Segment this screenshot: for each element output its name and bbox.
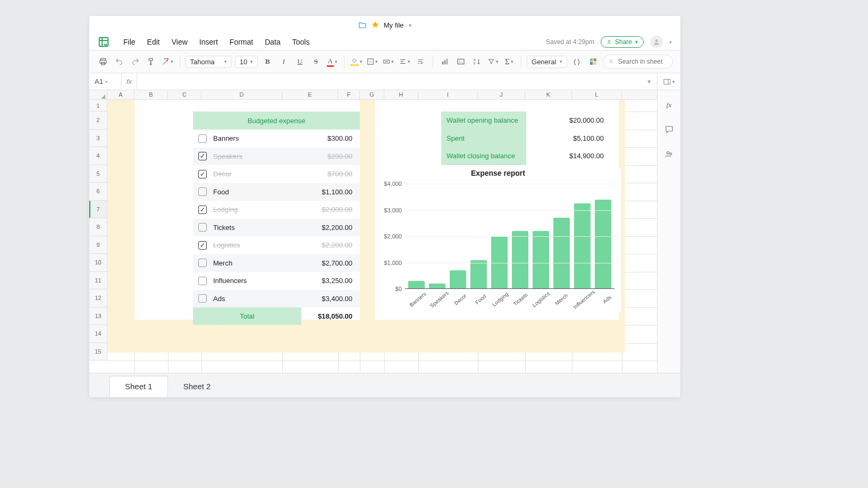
accounting-format-icon[interactable]: ( ) bbox=[570, 55, 583, 69]
fx-icon[interactable]: fx bbox=[121, 73, 137, 90]
italic-button[interactable]: I bbox=[277, 55, 290, 69]
sheet-tab[interactable]: Sheet 1 bbox=[109, 376, 168, 397]
filter-icon[interactable]: ▾ bbox=[486, 55, 499, 69]
bold-button[interactable]: B bbox=[261, 55, 274, 69]
underline-button[interactable]: U bbox=[293, 55, 306, 69]
print-icon[interactable] bbox=[97, 55, 109, 69]
chevron-down-icon[interactable]: ▾ bbox=[409, 22, 411, 28]
row-header-10[interactable]: 10 bbox=[89, 254, 107, 272]
menu-view[interactable]: View bbox=[172, 38, 188, 46]
col-header-I[interactable]: I bbox=[418, 90, 478, 99]
wallet-label: Spent bbox=[441, 130, 526, 148]
collaborators-panel-icon[interactable] bbox=[662, 147, 677, 161]
checkbox[interactable] bbox=[198, 294, 207, 303]
file-name[interactable]: My file bbox=[384, 21, 404, 29]
select-all-corner[interactable] bbox=[89, 90, 107, 99]
expand-formula-icon[interactable]: ▾ bbox=[641, 78, 657, 85]
col-header-L[interactable]: L bbox=[572, 90, 622, 99]
align-button[interactable]: ▾ bbox=[398, 55, 411, 69]
budget-label: Lodging bbox=[213, 206, 315, 213]
search-field[interactable] bbox=[617, 57, 667, 66]
number-format-select[interactable]: General▾ bbox=[527, 56, 567, 68]
row-header-8[interactable]: 8 bbox=[89, 218, 107, 236]
svg-point-27 bbox=[609, 60, 612, 63]
row-header-15[interactable]: 15 bbox=[89, 343, 107, 361]
col-header-G[interactable]: G bbox=[360, 90, 384, 99]
row-header-11[interactable]: 11 bbox=[89, 272, 107, 290]
checkbox[interactable] bbox=[198, 277, 207, 285]
menu-edit[interactable]: Edit bbox=[147, 38, 160, 46]
col-header-A[interactable]: A bbox=[107, 90, 134, 99]
cell-reference[interactable]: A1▾ bbox=[89, 78, 121, 85]
comments-panel-icon[interactable] bbox=[662, 122, 677, 137]
row-header-12[interactable]: 12 bbox=[89, 289, 107, 307]
undo-icon[interactable] bbox=[113, 55, 125, 69]
row-header-5[interactable]: 5 bbox=[89, 165, 107, 183]
checkbox[interactable] bbox=[198, 187, 207, 196]
text-color-button[interactable]: A▾ bbox=[326, 55, 339, 69]
checkbox[interactable] bbox=[198, 206, 207, 214]
col-header-K[interactable]: K bbox=[525, 90, 572, 99]
chart-bar bbox=[553, 218, 570, 289]
row-header-14[interactable]: 14 bbox=[89, 325, 107, 343]
row-header-4[interactable]: 4 bbox=[89, 147, 107, 165]
search-input[interactable] bbox=[603, 55, 673, 69]
star-icon[interactable] bbox=[371, 21, 380, 29]
wrap-text-button[interactable] bbox=[414, 55, 427, 69]
autosum-icon[interactable]: Σ▾ bbox=[503, 55, 516, 69]
checkbox[interactable] bbox=[198, 134, 207, 143]
menu-tools[interactable]: Tools bbox=[292, 38, 310, 46]
row-header-6[interactable]: 6 bbox=[89, 183, 107, 201]
chevron-down-icon: ▾ bbox=[635, 39, 638, 45]
sheet-area[interactable]: ABCDEFGHIJKL 123456789101112131415 Budge… bbox=[89, 90, 657, 373]
share-button[interactable]: Share ▾ bbox=[601, 36, 644, 48]
strikethrough-button[interactable]: S bbox=[309, 55, 322, 69]
menu-data[interactable]: Data bbox=[265, 38, 281, 46]
col-header-B[interactable]: B bbox=[134, 90, 168, 99]
user-avatar[interactable] bbox=[650, 36, 663, 48]
redo-icon[interactable] bbox=[129, 55, 142, 69]
sort-icon[interactable]: AZ bbox=[470, 55, 483, 69]
fill-color-button[interactable]: ▾ bbox=[350, 55, 363, 69]
checkbox[interactable] bbox=[198, 223, 207, 232]
side-panel-toggle[interactable]: ▾ bbox=[657, 73, 680, 90]
svg-point-4 bbox=[655, 39, 658, 42]
row-header-13[interactable]: 13 bbox=[89, 307, 107, 326]
col-header-D[interactable]: D bbox=[201, 90, 282, 99]
col-header-J[interactable]: J bbox=[478, 90, 525, 99]
checkbox[interactable] bbox=[198, 170, 207, 178]
functions-panel-icon[interactable]: fx bbox=[662, 98, 677, 113]
borders-button[interactable]: ▾ bbox=[366, 55, 378, 69]
folder-icon[interactable] bbox=[358, 21, 367, 29]
font-size-select[interactable]: 10▾ bbox=[235, 56, 258, 68]
menu-insert[interactable]: Insert bbox=[199, 38, 218, 46]
col-header-F[interactable]: F bbox=[338, 90, 360, 99]
cells[interactable]: Budgeted expense Banners$300.00Speakers$… bbox=[107, 100, 657, 373]
col-header-H[interactable]: H bbox=[384, 90, 418, 99]
checkbox[interactable] bbox=[198, 152, 207, 160]
sheet-tab[interactable]: Sheet 2 bbox=[168, 376, 226, 397]
y-tick-label: $1,000 bbox=[384, 260, 402, 266]
chart-icon[interactable] bbox=[438, 55, 451, 69]
budget-row: Influencers$3,250.00 bbox=[193, 272, 360, 290]
sheet-tabs: Sheet 1Sheet 2 bbox=[89, 373, 680, 397]
chevron-down-icon[interactable]: ▾ bbox=[669, 39, 672, 45]
row-header-7[interactable]: 7 bbox=[89, 201, 107, 219]
checkbox[interactable] bbox=[198, 241, 207, 250]
menu-file[interactable]: File bbox=[123, 38, 136, 46]
col-header-E[interactable]: E bbox=[282, 90, 338, 99]
format-painter-icon[interactable] bbox=[145, 55, 158, 69]
merge-cells-button[interactable]: ▾ bbox=[382, 55, 395, 69]
menu-format[interactable]: Format bbox=[230, 38, 253, 46]
clear-format-icon[interactable]: ▾ bbox=[161, 55, 174, 69]
conditional-format-icon[interactable] bbox=[586, 55, 599, 69]
col-header-C[interactable]: C bbox=[168, 90, 201, 99]
image-icon[interactable] bbox=[454, 55, 467, 69]
row-header-1[interactable]: 1 bbox=[89, 100, 107, 112]
row-header-3[interactable]: 3 bbox=[89, 130, 107, 148]
svg-point-32 bbox=[670, 153, 672, 155]
checkbox[interactable] bbox=[198, 259, 207, 267]
font-family-select[interactable]: Tahoma▾ bbox=[186, 56, 232, 68]
row-header-9[interactable]: 9 bbox=[89, 236, 107, 254]
row-header-2[interactable]: 2 bbox=[89, 112, 107, 130]
